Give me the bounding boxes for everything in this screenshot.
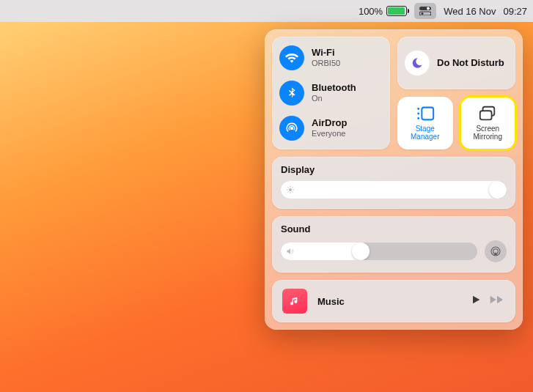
airplay-icon bbox=[490, 245, 501, 257]
music-app-icon bbox=[282, 289, 307, 314]
music-track-title: Music bbox=[317, 296, 460, 307]
network-tile: Wi-Fi ORBI50 Bluetooth On AirDrop Everyo… bbox=[272, 37, 390, 149]
bluetooth-icon bbox=[279, 81, 304, 106]
menubar-time[interactable]: 09:27 bbox=[503, 6, 527, 17]
screen-mirroring-icon bbox=[478, 106, 497, 122]
svg-rect-10 bbox=[480, 111, 492, 119]
screen-mirroring-label: Screen Mirroring bbox=[463, 125, 513, 141]
do-not-disturb-tile[interactable]: Do Not Disturb bbox=[397, 37, 515, 89]
airdrop-title: AirDrop bbox=[312, 118, 347, 128]
screen-mirroring-tile[interactable]: Screen Mirroring bbox=[460, 97, 516, 149]
wifi-row[interactable]: Wi-Fi ORBI50 bbox=[279, 45, 383, 70]
now-playing-tile[interactable]: Music bbox=[272, 280, 515, 322]
svg-line-16 bbox=[287, 187, 288, 188]
battery-percent: 100% bbox=[359, 6, 383, 17]
svg-point-3 bbox=[422, 12, 424, 15]
menubar-date[interactable]: Wed 16 Nov bbox=[444, 6, 496, 17]
sound-tile: Sound bbox=[272, 216, 515, 273]
svg-point-7 bbox=[417, 117, 419, 119]
svg-rect-8 bbox=[422, 108, 433, 120]
display-slider[interactable] bbox=[281, 181, 507, 199]
stage-manager-tile[interactable]: Stage Manager bbox=[397, 97, 453, 149]
svg-point-11 bbox=[289, 188, 292, 191]
control-center-toggle[interactable] bbox=[414, 3, 436, 19]
svg-point-6 bbox=[417, 113, 419, 115]
svg-point-1 bbox=[427, 7, 430, 10]
wifi-icon bbox=[279, 45, 304, 70]
svg-line-19 bbox=[293, 187, 293, 188]
svg-line-18 bbox=[287, 192, 288, 193]
menubar: 100% Wed 16 Nov 09:27 bbox=[0, 0, 533, 22]
airdrop-row[interactable]: AirDrop Everyone bbox=[279, 116, 383, 141]
bluetooth-title: Bluetooth bbox=[312, 83, 356, 93]
svg-line-17 bbox=[293, 192, 293, 193]
sound-label: Sound bbox=[281, 223, 507, 234]
control-center-panel: Wi-Fi ORBI50 Bluetooth On AirDrop Everyo… bbox=[265, 29, 523, 330]
wifi-title: Wi-Fi bbox=[312, 48, 340, 58]
right-column: Do Not Disturb Stage Manager Screen Mirr… bbox=[397, 37, 515, 149]
wifi-subtitle: ORBI50 bbox=[312, 59, 340, 68]
battery-icon bbox=[386, 6, 407, 16]
playback-controls bbox=[470, 294, 505, 308]
svg-point-4 bbox=[290, 127, 294, 130]
battery-status[interactable]: 100% bbox=[359, 6, 407, 17]
svg-point-5 bbox=[417, 108, 419, 110]
play-button[interactable] bbox=[470, 294, 482, 308]
brightness-icon bbox=[286, 185, 295, 194]
display-tile: Display bbox=[272, 157, 515, 209]
airdrop-icon bbox=[279, 116, 304, 141]
airplay-audio-button[interactable] bbox=[485, 240, 507, 262]
dnd-label: Do Not Disturb bbox=[437, 58, 504, 69]
bluetooth-subtitle: On bbox=[312, 94, 356, 103]
bluetooth-row[interactable]: Bluetooth On bbox=[279, 81, 383, 106]
display-label: Display bbox=[281, 164, 507, 175]
airdrop-subtitle: Everyone bbox=[312, 129, 347, 138]
moon-icon bbox=[405, 51, 430, 75]
next-track-button[interactable] bbox=[489, 294, 505, 308]
volume-icon bbox=[286, 247, 295, 256]
stage-manager-label: Stage Manager bbox=[400, 125, 450, 141]
sound-slider[interactable] bbox=[281, 243, 477, 260]
stage-manager-icon bbox=[416, 106, 435, 122]
